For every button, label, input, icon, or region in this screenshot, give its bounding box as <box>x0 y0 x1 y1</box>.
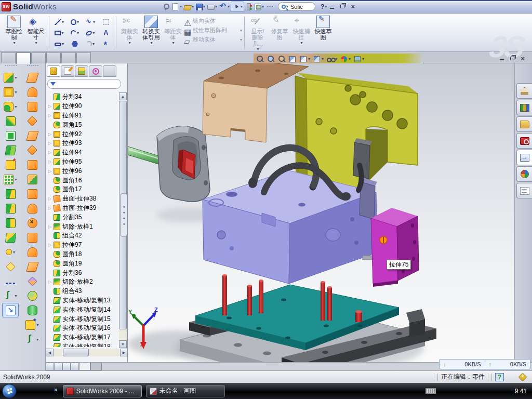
tree-item[interactable]: ▷ 拉伸96 <box>47 166 118 176</box>
sketch-entity-button[interactable] <box>98 17 114 28</box>
task-pane-tab[interactable] <box>516 166 532 182</box>
dropdown-caret-icon[interactable]: ▾ <box>172 41 174 45</box>
feature-tool-button[interactable]: ▾ <box>2 85 19 99</box>
tree-item[interactable]: ▷ 组合42 <box>47 231 118 241</box>
quick-access-button[interactable]: ▾ <box>218 2 231 12</box>
expand-arrow-icon[interactable]: ▷ <box>48 169 54 174</box>
command-row-button[interactable]: 移动实体 ▾ <box>184 36 242 44</box>
expand-arrow-icon[interactable]: ▷ <box>48 104 54 109</box>
dropdown-caret-icon[interactable]: ▾ <box>77 20 79 24</box>
tree-item[interactable]: ▷ 拉伸94 <box>47 148 118 157</box>
dropdown-caret-icon[interactable]: ▾ <box>241 4 243 9</box>
heads-up-button[interactable] <box>267 55 275 63</box>
menu-item[interactable] <box>83 5 95 8</box>
dropdown-caret-icon[interactable]: ▾ <box>92 42 95 46</box>
task-pane-tab[interactable] <box>516 116 532 132</box>
ribbon-tab[interactable] <box>46 52 61 63</box>
tag-icon[interactable] <box>518 373 527 381</box>
tree-item[interactable]: ▷ 曲面-拉伸39 <box>47 204 118 213</box>
heads-up-button[interactable]: ▾ <box>299 55 310 63</box>
task-pane-tab[interactable] <box>516 100 532 115</box>
dropdown-caret-icon[interactable]: ▾ <box>203 4 205 9</box>
quick-access-button[interactable] <box>244 2 254 12</box>
taskbar-window-button[interactable]: 未命名 - 画图 <box>146 385 225 397</box>
feature-tool-button[interactable]: ▾ <box>2 70 19 85</box>
tree-item[interactable]: ▷ 拉伸93 <box>47 139 118 148</box>
graphics-viewport[interactable] <box>128 63 514 362</box>
feature-tool-button[interactable] <box>24 303 41 317</box>
toolbar-grip[interactable] <box>27 65 38 69</box>
start-button[interactable] <box>2 384 17 398</box>
tree-item[interactable]: ▷ 实体-移动/复制15 <box>47 314 118 324</box>
panel-collapse-splitter[interactable]: ◂ ◂ ◂ ◂ <box>120 193 127 237</box>
tab-scroll-button[interactable] <box>71 363 79 370</box>
tree-item[interactable]: ▷ 拉伸92 <box>47 129 118 139</box>
heads-up-button[interactable]: ▾ <box>326 55 337 63</box>
app-minimize-button[interactable] <box>327 3 337 11</box>
dropdown-caret-icon[interactable]: ▾ <box>349 57 351 61</box>
feature-tool-button[interactable]: ▾ <box>2 99 19 114</box>
command-row-button[interactable]: 线性草图阵列 ▾ <box>184 26 242 34</box>
dropdown-caret-icon[interactable]: ▾ <box>257 47 259 51</box>
feature-tool-button[interactable] <box>2 128 19 143</box>
quick-access-button[interactable]: ▾ <box>254 2 265 12</box>
dropdown-caret-icon[interactable]: ▾ <box>228 4 230 9</box>
sketch-entity-button[interactable] <box>67 38 83 49</box>
dropdown-caret-icon[interactable]: ▾ <box>240 28 242 33</box>
sketch-entity-button[interactable]: ▾ <box>67 28 83 38</box>
feature-tool-button[interactable] <box>2 259 19 274</box>
dropdown-caret-icon[interactable]: ▾ <box>362 57 364 61</box>
feature-tool-button[interactable] <box>2 216 19 230</box>
dropdown-caret-icon[interactable]: ▾ <box>93 20 95 24</box>
sketch-entity-button[interactable]: ▾ <box>67 17 83 28</box>
search-box[interactable]: ▾ Solic <box>278 2 315 11</box>
heads-up-button[interactable] <box>256 55 264 63</box>
quick-access-button[interactable]: ▾ <box>206 2 218 12</box>
feature-tool-button[interactable] <box>24 274 41 288</box>
panel-tab[interactable] <box>89 65 102 77</box>
ribbon-tab[interactable] <box>76 52 91 63</box>
quick-launch-icon[interactable] <box>20 387 28 395</box>
feature-tool-button[interactable] <box>24 230 41 245</box>
task-pane-tab[interactable] <box>516 83 532 99</box>
tree-item[interactable]: ▷ 圆角18 <box>47 250 118 259</box>
model-tab[interactable] <box>79 363 90 370</box>
dropdown-caret-icon[interactable]: ▾ <box>61 31 63 35</box>
feature-tool-button[interactable] <box>2 114 19 128</box>
scroll-left-button[interactable]: ◀ <box>46 349 54 356</box>
menu-item[interactable] <box>145 5 157 8</box>
sketch-entity-button[interactable] <box>98 28 114 38</box>
heads-up-button[interactable]: ▾ <box>353 55 364 63</box>
feature-tool-button[interactable] <box>2 143 19 157</box>
tray-icon[interactable] <box>441 388 448 394</box>
feature-tool-button[interactable] <box>24 99 41 114</box>
command-button[interactable]: 等距实体 ▾ <box>163 15 183 46</box>
dropdown-caret-icon[interactable]: ▾ <box>215 4 217 9</box>
command-button[interactable]: 转换实体引用 ▾ <box>141 15 162 46</box>
quick-launch-icon[interactable] <box>43 387 51 395</box>
tab-scroll-button[interactable] <box>62 363 71 370</box>
heads-up-button[interactable]: ▾ <box>313 55 324 63</box>
expand-arrow-icon[interactable]: ▷ <box>48 141 54 145</box>
quick-access-button[interactable]: ▾ <box>183 2 195 12</box>
dropdown-caret-icon[interactable]: ▾ <box>36 323 38 327</box>
feature-tool-button[interactable] <box>2 187 19 201</box>
dropdown-caret-icon[interactable]: ▾ <box>36 337 38 342</box>
command-row-button[interactable]: 镜向实体 <box>184 17 242 25</box>
quick-access-button[interactable]: ▾ <box>231 2 244 12</box>
feature-tool-button[interactable] <box>24 128 41 143</box>
tree-item[interactable]: ▷ 拉伸91 <box>47 111 118 121</box>
tree-item[interactable]: ▷ 圆角16 <box>47 176 118 185</box>
ribbon-tab[interactable] <box>31 52 46 63</box>
quick-access-button[interactable]: ▾ <box>170 2 183 12</box>
feature-tool-button[interactable] <box>24 114 41 128</box>
feature-tool-button[interactable] <box>2 230 19 245</box>
feature-tool-button[interactable] <box>24 85 41 99</box>
dropdown-caret-icon[interactable]: ▾ <box>192 4 194 9</box>
expand-arrow-icon[interactable]: ▷ <box>48 132 54 137</box>
ribbon-tab[interactable] <box>16 52 31 64</box>
dropdown-caret-icon[interactable]: ▾ <box>62 42 64 46</box>
tree-item[interactable]: ▷ 分割34 <box>47 92 118 102</box>
scroll-down-button[interactable]: ▼ <box>119 340 127 348</box>
doc-minimize-button[interactable] <box>497 54 507 62</box>
